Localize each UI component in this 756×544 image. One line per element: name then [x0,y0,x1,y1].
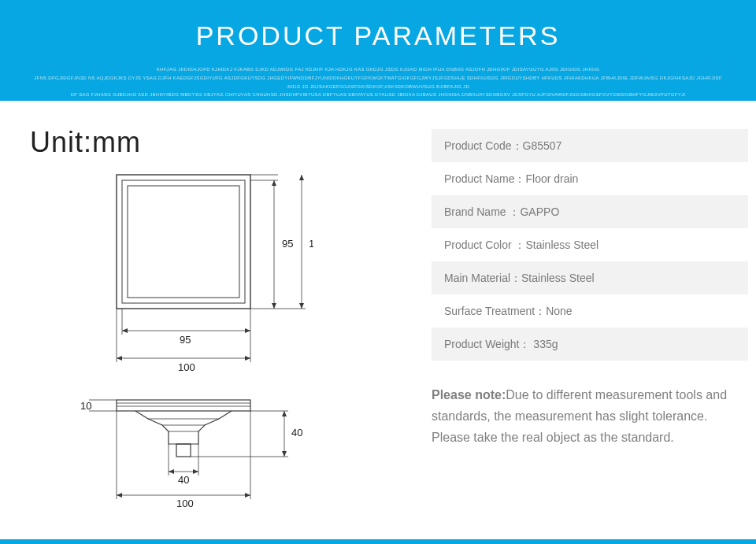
drawing-svg: 95 100 95 100 [30,170,313,509]
spec-label: Surface Treatment： [444,305,546,317]
svg-marker-20 [245,356,250,361]
banner-sub-line: JFNS DFGJIDGFJN3D NS AQJDGKJKS DYJS YSAG… [32,74,724,91]
spec-row: Brand Name ：GAPPO [432,195,748,228]
bottom-accent [0,539,756,544]
spec-row: Product Color ：Stainless Steel [432,228,748,261]
svg-marker-17 [122,328,128,333]
spec-label: Main Material： [444,272,521,284]
spec-value: Stainless Steel [521,272,595,284]
svg-marker-38 [169,469,174,474]
dim-side-total: 100 [176,498,194,509]
banner-sub-line: DF SAG FJHASG GJBDJHG ASD JBHNYIBDG MBDY… [32,91,724,99]
svg-rect-21 [117,400,250,411]
dim-inner-w: 95 [180,334,191,346]
svg-rect-1 [122,180,245,303]
svg-marker-19 [117,356,122,361]
dim-side-bw: 40 [178,474,189,486]
spec-label: Product Code： [444,139,523,152]
spec-label: Product Weight： [444,338,530,350]
spec-row: Main Material：Stainless Steel [432,261,748,294]
spec-value: 335g [530,338,558,350]
svg-rect-2 [128,186,239,298]
banner-title: PRODUCT PARAMETERS [0,20,756,51]
unit-label: Unit:mm [30,126,376,159]
spec-value: Floor drain [525,172,578,185]
svg-marker-9 [272,303,276,309]
svg-marker-11 [299,303,304,309]
dim-side-h: 40 [291,427,302,439]
svg-marker-39 [193,469,198,474]
svg-marker-8 [272,180,276,186]
svg-marker-43 [117,493,122,498]
dim-side-top: 10 [80,400,91,412]
svg-marker-44 [245,493,250,498]
left-column: Unit:mm 95 [30,126,376,509]
dim-inner-h: 95 [282,238,293,250]
banner: PRODUCT PARAMETERS KHFJAG JKDIGHJOFD KJH… [0,0,756,101]
svg-marker-33 [282,411,287,416]
spec-row: Product Name：Floor drain [432,162,748,195]
dim-outer-w: 100 [178,361,195,373]
spec-value: None [546,305,572,317]
svg-marker-34 [282,451,287,457]
svg-rect-0 [117,175,250,309]
spec-label: Product Color ： [444,239,525,251]
technical-drawing: 95 100 95 100 [30,170,376,509]
banner-subtitle: KHFJAG JKDIGHJOFD KJHIDKJ FJKABG DJKD AD… [0,65,756,99]
spec-label: Brand Name ： [444,205,520,218]
spec-value: G85507 [523,139,562,152]
content: Unit:mm 95 [0,101,756,509]
dim-outer-h: 100 [309,238,313,250]
right-column: Product Code：G85507Product Name：Floor dr… [376,126,748,509]
svg-marker-18 [245,328,250,333]
spec-value: Stainless Steel [525,239,598,251]
spec-row: Product Weight： 335g [432,328,748,361]
spec-row: Surface Treatment：None [432,294,748,328]
note-bold: Please note: [432,388,506,402]
note: Please note:Due to different measurement… [432,384,748,449]
svg-marker-10 [299,175,304,180]
spec-row: Product Code：G85507 [432,129,748,162]
spec-label: Product Name： [444,172,525,185]
spec-value: GAPPO [520,205,559,218]
spec-list: Product Code：G85507Product Name：Floor dr… [432,129,748,361]
svg-rect-27 [176,444,191,457]
banner-sub-line: KHFJAG JKDIGHJOFD KJHIDKJ FJKABG DJKD AD… [32,65,724,74]
